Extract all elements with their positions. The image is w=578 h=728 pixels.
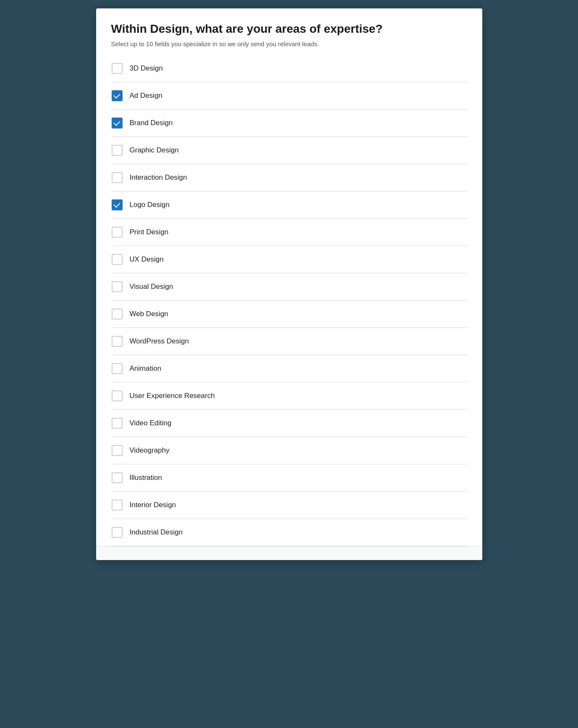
option-label-graphic-design: Graphic Design (130, 146, 179, 155)
checkbox-wordpress-design[interactable] (112, 336, 123, 347)
option-label-brand-design: Brand Design (130, 119, 173, 127)
checkbox-interior-design[interactable] (112, 500, 123, 511)
checkbox-web-design[interactable] (112, 309, 123, 319)
checkbox-ux-design[interactable] (112, 254, 123, 265)
option-label-industrial-design: Industrial Design (130, 528, 183, 537)
option-label-interaction-design: Interaction Design (130, 173, 187, 182)
option-label-user-experience-research: User Experience Research (130, 392, 215, 400)
checkbox-wrapper-graphic-design (111, 144, 123, 156)
option-label-logo-design: Logo Design (130, 201, 170, 209)
option-label-videography: Videography (130, 446, 170, 455)
checkbox-wrapper-logo-design (111, 199, 123, 211)
option-label-ad-design: Ad Design (130, 92, 162, 100)
option-label-ux-design: UX Design (130, 255, 164, 264)
option-item-interior-design[interactable]: Interior Design (111, 492, 467, 519)
checkbox-wrapper-video-editing (111, 417, 123, 429)
checkbox-wrapper-brand-design (111, 117, 123, 129)
option-label-print-design: Print Design (130, 228, 169, 236)
checkbox-wrapper-animation (111, 363, 123, 374)
option-item-interaction-design[interactable]: Interaction Design (111, 164, 467, 191)
checkbox-wrapper-user-experience-research (111, 390, 123, 402)
checkbox-wrapper-web-design (111, 308, 123, 320)
modal-subtitle: Select up to 10 fields you specialize in… (111, 39, 467, 48)
checkbox-user-experience-research[interactable] (112, 390, 123, 401)
option-label-web-design: Web Design (130, 310, 168, 318)
modal-title: Within Design, what are your areas of ex… (111, 22, 467, 36)
option-label-wordpress-design: WordPress Design (130, 337, 189, 346)
checkbox-video-editing[interactable] (112, 418, 123, 429)
checkbox-wrapper-3d-design (111, 63, 123, 74)
option-item-graphic-design[interactable]: Graphic Design (111, 137, 467, 164)
checkbox-wrapper-visual-design (111, 281, 123, 293)
checkbox-interaction-design[interactable] (112, 172, 123, 183)
option-item-print-design[interactable]: Print Design (111, 219, 467, 246)
option-item-brand-design[interactable]: Brand Design (111, 110, 467, 137)
option-item-ad-design[interactable]: Ad Design (111, 82, 467, 110)
checkbox-wrapper-ux-design (111, 254, 123, 265)
option-item-logo-design[interactable]: Logo Design (111, 191, 467, 219)
checkbox-animation[interactable] (112, 363, 123, 374)
checkbox-wrapper-interior-design (111, 499, 123, 511)
checkbox-wrapper-print-design (111, 226, 123, 238)
option-label-illustration: Illustration (130, 474, 162, 482)
option-label-interior-design: Interior Design (130, 501, 176, 509)
option-item-illustration[interactable]: Illustration (111, 464, 467, 492)
checkbox-wrapper-industrial-design (111, 526, 123, 538)
option-label-3d-design: 3D Design (130, 64, 163, 73)
checkbox-industrial-design[interactable] (112, 527, 123, 538)
checkbox-visual-design[interactable] (112, 281, 123, 292)
option-item-video-editing[interactable]: Video Editing (111, 410, 467, 437)
checkbox-wrapper-videography (111, 445, 123, 456)
option-item-videography[interactable]: Videography (111, 437, 467, 464)
checkbox-brand-design[interactable] (112, 118, 123, 128)
option-item-ux-design[interactable]: UX Design (111, 246, 467, 273)
modal-footer (96, 546, 482, 560)
checkbox-3d-design[interactable] (112, 63, 123, 74)
options-list: 3D DesignAd DesignBrand DesignGraphic De… (96, 55, 482, 546)
checkbox-print-design[interactable] (112, 227, 123, 238)
option-label-video-editing: Video Editing (130, 419, 172, 427)
checkbox-ad-design[interactable] (112, 90, 123, 101)
option-item-user-experience-research[interactable]: User Experience Research (111, 382, 467, 410)
option-item-animation[interactable]: Animation (111, 355, 467, 382)
option-label-visual-design: Visual Design (130, 283, 173, 291)
expertise-modal: Within Design, what are your areas of ex… (96, 8, 482, 560)
checkbox-wrapper-illustration (111, 472, 123, 484)
option-item-wordpress-design[interactable]: WordPress Design (111, 328, 467, 355)
option-label-animation: Animation (130, 364, 162, 373)
checkbox-illustration[interactable] (112, 472, 123, 483)
checkbox-wrapper-ad-design (111, 90, 123, 102)
checkbox-graphic-design[interactable] (112, 145, 123, 156)
checkbox-wrapper-interaction-design (111, 172, 123, 183)
checkbox-logo-design[interactable] (112, 199, 123, 210)
modal-header: Within Design, what are your areas of ex… (96, 8, 482, 55)
checkbox-wrapper-wordpress-design (111, 335, 123, 347)
option-item-industrial-design[interactable]: Industrial Design (111, 519, 467, 546)
option-item-web-design[interactable]: Web Design (111, 301, 467, 328)
option-item-3d-design[interactable]: 3D Design (111, 55, 467, 82)
checkbox-videography[interactable] (112, 445, 123, 456)
option-item-visual-design[interactable]: Visual Design (111, 273, 467, 301)
